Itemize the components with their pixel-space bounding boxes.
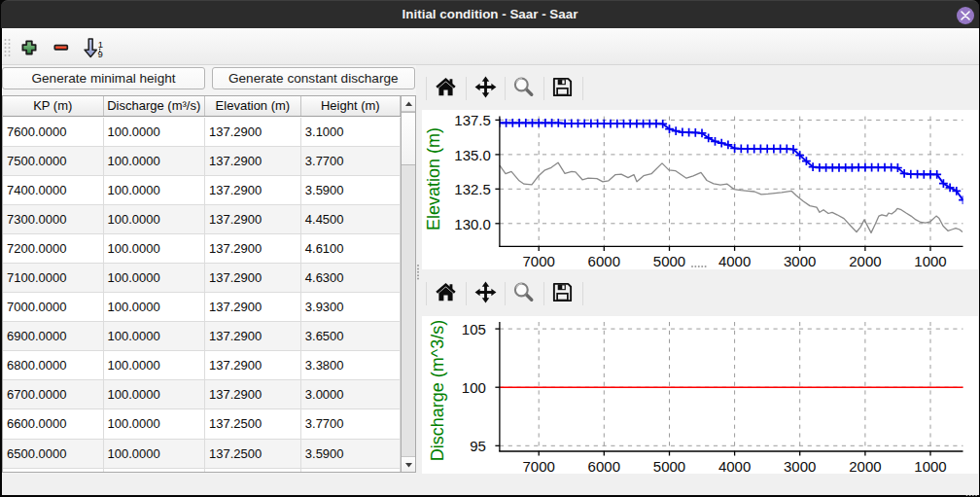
svg-text:6000: 6000 [588,458,620,475]
svg-text:2000: 2000 [849,253,881,269]
svg-text:2000: 2000 [849,458,881,475]
svg-text:6000: 6000 [588,253,620,269]
svg-text:132.5: 132.5 [454,181,491,197]
svg-text:Discharge (m^3/s): Discharge (m^3/s) [428,320,447,461]
svg-text:7000: 7000 [523,458,555,475]
svg-text:1000: 1000 [914,253,946,269]
svg-text:95: 95 [470,438,486,454]
svg-text:137.5: 137.5 [454,112,491,128]
svg-text:100: 100 [462,379,486,396]
svg-text:130.0: 130.0 [454,216,491,232]
svg-text:105: 105 [462,321,486,337]
svg-text:135.0: 135.0 [454,147,491,163]
svg-text:5000: 5000 [653,253,685,269]
svg-text:7000: 7000 [523,253,555,269]
svg-text:1: 1 [98,39,103,50]
svg-text:9: 9 [97,49,102,59]
svg-text:Elevation (m): Elevation (m) [424,127,443,231]
svg-text:4000: 4000 [718,458,751,475]
svg-text:1000: 1000 [914,458,946,475]
svg-text:3000: 3000 [784,458,816,475]
svg-text:5000: 5000 [653,458,685,475]
svg-text:4000: 4000 [718,253,751,269]
svg-text:3000: 3000 [784,253,816,269]
